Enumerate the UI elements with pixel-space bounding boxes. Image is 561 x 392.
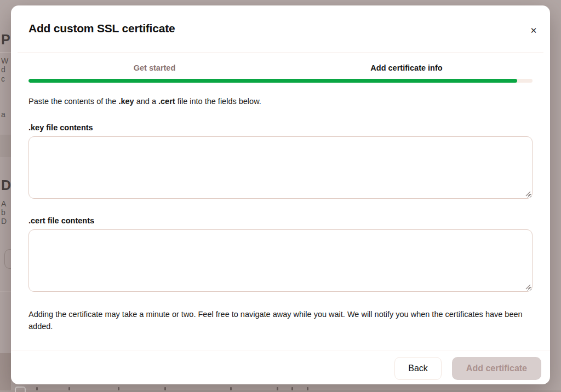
cert-file-textarea[interactable] [28,229,533,292]
step-get-started[interactable]: Get started [28,64,280,72]
background-section-band [0,135,11,157]
progress-bar-track [28,79,533,83]
background-text-fragment: b [1,208,5,217]
background-divider [0,291,11,292]
cert-token: .cert [158,97,175,106]
step-add-certificate-info[interactable]: Add certificate info [280,64,533,72]
add-custom-ssl-certificate-dialog: Add custom SSL certificate ✕ Get started… [11,5,550,384]
add-certificate-button[interactable]: Add certificate [452,357,541,380]
background-glyph [307,387,308,390]
background-glyph [118,387,119,390]
note-text: Adding the certificate may take a minute… [28,308,533,333]
background-glyph [68,387,70,390]
dialog-title: Add custom SSL certificate [20,22,541,35]
close-icon: ✕ [530,26,537,36]
back-button[interactable]: Back [394,357,442,380]
dialog-header: Add custom SSL certificate ✕ [11,5,550,52]
progress-bar-fill [28,79,517,83]
background-checkbox [15,387,26,392]
background-heading-fragment: P [1,32,10,48]
background-heading-fragment: D [1,177,11,193]
background-glyph [291,387,293,390]
background-text-fragment: W [1,56,8,65]
key-file-label: .key file contents [28,123,533,132]
background-text-fragment: D [1,217,7,226]
background-glyph [277,387,278,390]
key-token: .key [118,97,134,106]
dialog-footer: Back Add certificate [11,350,550,384]
cert-file-field-wrap [28,229,533,292]
dialog-body: Get started Add certificate info Paste t… [11,53,550,344]
cert-file-label: .cert file contents [28,216,533,225]
close-button[interactable]: ✕ [526,23,541,38]
key-file-textarea[interactable] [28,136,533,199]
background-text-fragment: c [1,74,5,83]
stepper: Get started Add certificate info [28,64,533,72]
background-text-fragment: a [1,110,5,119]
background-divider [0,52,11,53]
background-glyph [36,387,38,390]
background-text-fragment: d [1,65,5,74]
key-file-field-wrap [28,136,533,199]
background-text-fragment: A [1,199,6,208]
background-dark-area [0,353,11,392]
background-glyph [164,387,166,390]
background-glyph [230,387,232,390]
intro-text: Paste the contents of the .key and a .ce… [28,97,533,106]
